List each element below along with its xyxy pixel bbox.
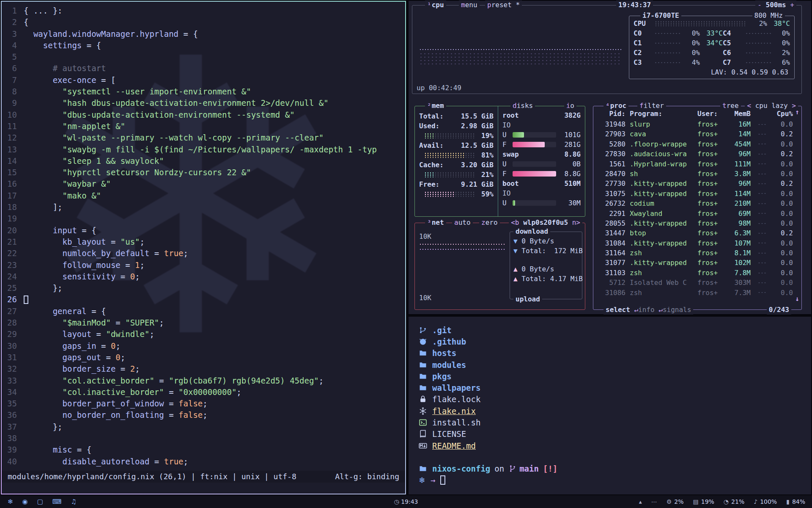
editor-line[interactable]: 10 "dbus-update-activation-environment -… [2, 109, 405, 121]
process-row[interactable]: 2291Xwaylandfros+69M0.0 [593, 209, 801, 218]
editor-line[interactable]: 14 "sleep 1 && swaylock" [2, 155, 405, 167]
info-action[interactable]: info [638, 306, 655, 314]
terminal-window[interactable]: .git.githubhostsmodulespkgswallpapersfla… [409, 317, 811, 494]
editor-line[interactable]: 30 gaps_in = 0; [2, 340, 405, 352]
interval-plus-button[interactable]: + [790, 1, 794, 9]
btop-cpu-box-title[interactable]: ¹cpu [425, 0, 446, 10]
iface-prev-button[interactable]: <b [511, 218, 519, 226]
interval-minus-button[interactable]: - [757, 1, 762, 9]
music-icon[interactable]: ♫ [71, 498, 77, 505]
select-action[interactable]: select [606, 306, 630, 314]
btop-mem-box-title[interactable]: ²mem [425, 101, 446, 110]
editor-line[interactable]: 8 "systemctl --user import-environment &… [2, 86, 405, 97]
process-row[interactable]: 1561.Hyprland-wrapfros+111M0.0 [593, 159, 801, 169]
editor-line[interactable]: 15 "hyprctl setcursor Nordzy-cursors 22 … [2, 167, 405, 178]
net-zero-button[interactable]: zero [479, 218, 500, 227]
display-icon[interactable]: ▢ [37, 498, 43, 505]
editor-line[interactable]: 16 "waybar &" [2, 178, 405, 190]
waybar-module[interactable]: ▤19% [693, 498, 714, 505]
editor-line[interactable]: 12 "wl-paste --primary --watch wl-copy -… [2, 132, 405, 144]
scroll-up-icon[interactable]: ↑ [795, 108, 799, 116]
process-row[interactable]: 27830.audacious-wrafros+96M0.2 [593, 149, 801, 159]
process-row[interactable]: 31164zshfros+8.1M0.0 [593, 248, 801, 258]
process-row[interactable]: 5280.floorp-wrappefros+454M0.0 [593, 139, 801, 149]
process-row[interactable]: 31084.kitty-wrappedfros+107M0.0 [593, 238, 801, 248]
process-row[interactable]: 31447btopfros+6.3M0.2 [593, 228, 801, 238]
btop-net-box-title[interactable]: ³net [425, 218, 446, 227]
btop-preset-button[interactable]: preset * [485, 0, 522, 10]
editor-line[interactable]: 39 misc = { [2, 444, 405, 456]
waybar-module[interactable]: ▮84% [786, 498, 805, 505]
editor-line[interactable]: 29 layout = "dwindle"; [2, 329, 405, 340]
net-auto-button[interactable]: auto [452, 218, 473, 227]
editor-line[interactable]: 19 [2, 213, 405, 224]
editor-line[interactable]: 35 border_part_of_window = false; [2, 398, 405, 409]
editor-line[interactable]: 17 "mako &" [2, 190, 405, 202]
editor-line[interactable]: 4 settings = { [2, 40, 405, 51]
process-row[interactable]: 26732codiumfros+210M0.0 [593, 199, 801, 208]
scroll-down-icon[interactable]: ↓ [795, 295, 799, 303]
power-icon[interactable]: ◉ [22, 498, 28, 505]
process-row[interactable]: 31075.kitty-wrappedfros+114M0.0 [593, 189, 801, 199]
net-box-label: net [432, 218, 444, 226]
editor-line[interactable]: 1{ ... }: [2, 5, 405, 17]
proc-column-headers[interactable]: Pid:Program:User:MemBCpu% [593, 109, 801, 119]
editor-line[interactable]: 7 exec-once = [ [2, 75, 405, 86]
proc-footer-actions[interactable]: select ↵info ↵signals [604, 305, 693, 315]
editor-window[interactable]: ❄ 1{ ... }:2{3 wayland.windowManager.hyp… [1, 1, 406, 494]
editor-line[interactable]: 13 "swaybg -m fill -i $(find ~/Pictures/… [2, 144, 405, 155]
interval-value: 500ms [766, 1, 786, 9]
editor-line[interactable]: 34 "col.inactive_border" = "0x00000000"; [2, 387, 405, 398]
editor-line[interactable]: 22 numlock_by_default = true; [2, 248, 405, 259]
editor-line[interactable]: 36 no_border_on_floating = false; [2, 409, 405, 421]
editor-line[interactable]: 27 general = { [2, 306, 405, 317]
waybar-module[interactable]: ◔21% [724, 498, 744, 505]
process-row[interactable]: 28055.kitty-wrappedfros+98M0.0 [593, 218, 801, 228]
editor-line[interactable]: 38 [2, 433, 405, 444]
nix-icon[interactable]: ❄ [8, 498, 13, 505]
editor-line[interactable]: 9 "hash dbus-update-activation-environme… [2, 97, 405, 109]
editor-line[interactable]: 28 "$mainMod" = "SUPER"; [2, 317, 405, 329]
editor-line[interactable]: 23 follow_mouse = 1; [2, 260, 405, 271]
dotted-leader [757, 163, 767, 165]
net-interface-switcher[interactable]: <b wlp0s20f0u5 n> [509, 218, 582, 227]
editor-line[interactable]: 6 # autostart [2, 63, 405, 74]
process-row[interactable]: 5712Isolated Web Cfros+303M0.0 [593, 278, 801, 287]
editor-line[interactable]: 21 kb_layout = "us"; [2, 236, 405, 248]
disk-icon: ◔ [724, 498, 729, 505]
signals-action[interactable]: signals [663, 306, 691, 314]
editor-line[interactable]: 40 disable_autoreload = true; [2, 456, 405, 467]
editor-line[interactable]: 11 "nm-applet &" [2, 121, 405, 132]
editor-line[interactable]: 18 ]; [2, 202, 405, 213]
btop-refresh-interval[interactable]: - 500ms + [755, 0, 796, 10]
editor-line[interactable]: 20 input = { [2, 225, 405, 236]
editor-buffer[interactable]: 1{ ... }:2{3 wayland.windowManager.hyprl… [2, 5, 405, 467]
editor-line[interactable]: 25 }; [2, 282, 405, 294]
editor-line[interactable]: 3 wayland.windowManager.hyprland = { [2, 28, 405, 40]
editor-line[interactable]: 5 [2, 51, 405, 63]
editor-line[interactable]: 26 [2, 294, 405, 305]
process-row[interactable]: 31077.kitty-wrappedfros+102M0.0 [593, 258, 801, 268]
waybar-module[interactable]: ⋯ [651, 498, 657, 505]
waybar-module[interactable]: ▴ [639, 498, 642, 505]
process-row[interactable]: 31948slurpfros+16M0.0 [593, 119, 801, 129]
mem-box-number: ² [427, 102, 431, 110]
btop-window[interactable]: ¹cpu menu preset * 19:43:37 - 500ms + i7… [409, 1, 811, 314]
process-row[interactable]: 27903cavafros+14M0.2 [593, 129, 801, 139]
editor-line[interactable]: 32 border_size = 2; [2, 363, 405, 375]
editor-line[interactable]: 24 sensitivity = 0; [2, 271, 405, 282]
editor-line[interactable]: 31 gaps_out = 0; [2, 352, 405, 363]
waybar-module[interactable]: ⚙2% [667, 498, 684, 505]
editor-line[interactable]: 2{ [2, 17, 405, 28]
shell-input-line[interactable]: ❄ → [419, 475, 801, 486]
process-row[interactable]: 28470shfros+3.8M0.0 [593, 169, 801, 179]
editor-line[interactable]: 33 "col.active_border" = "rgb(cba6f7) rg… [2, 375, 405, 387]
btop-menu-button[interactable]: menu [459, 0, 480, 10]
keyboard-icon[interactable]: ⌨ [52, 498, 62, 505]
process-row[interactable]: 27730.kitty-wrappedfros+96M0.2 [593, 179, 801, 188]
process-row[interactable]: 31086zshfros+7.3M0.0 [593, 288, 801, 298]
iface-next-button[interactable]: n> [572, 218, 580, 226]
editor-line[interactable]: 37 }; [2, 421, 405, 433]
waybar-module[interactable]: ♪100% [754, 498, 777, 505]
process-row[interactable]: 31103zshfros+7.8M0.0 [593, 268, 801, 278]
